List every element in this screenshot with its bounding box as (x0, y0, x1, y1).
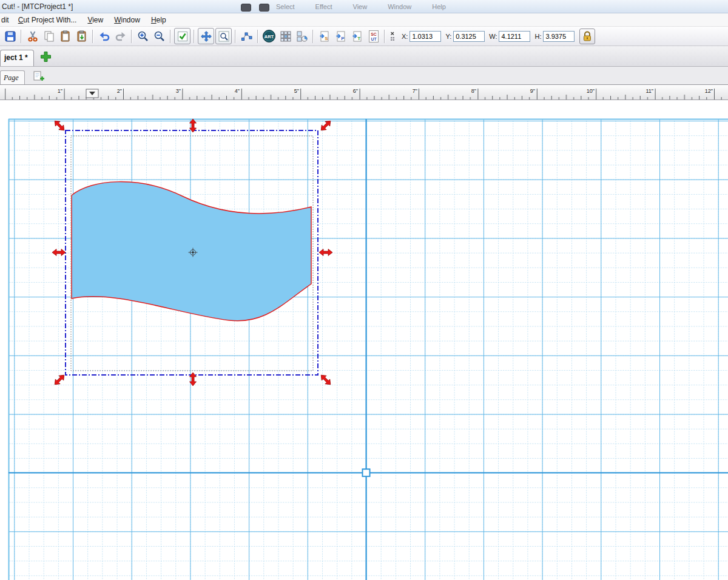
window-title: Cut! - [MTCProject1 *] (2, 2, 73, 11)
page-check-icon (177, 30, 189, 42)
cut-button[interactable] (24, 28, 41, 44)
import-svg-button[interactable]: S (316, 28, 332, 44)
basic-shapes-button[interactable] (294, 28, 310, 44)
design-canvas[interactable] (0, 100, 728, 580)
svg-text:5": 5" (294, 88, 299, 94)
menu-view[interactable]: View (82, 15, 109, 25)
toolbar-separator (194, 30, 195, 43)
four-way-arrows-icon (200, 30, 212, 42)
add-page-button[interactable] (31, 69, 47, 83)
svg-text:7": 7" (413, 88, 417, 94)
save-icon (4, 30, 16, 42)
svg-text:4": 4" (235, 88, 240, 94)
paste-in-place-button[interactable] (73, 28, 90, 44)
w-input[interactable] (499, 31, 530, 42)
y-label: Y: (445, 33, 451, 40)
virtual-mat[interactable] (0, 100, 728, 580)
x-grid-icon (389, 30, 397, 42)
node-edit-icon (241, 30, 253, 42)
redo-button[interactable] (112, 28, 129, 44)
toolbar-separator (92, 30, 93, 43)
import-file-p-icon: P (335, 30, 347, 42)
svg-text:SC: SC (371, 32, 377, 36)
pan-view-button[interactable] (198, 28, 214, 44)
titlebar-ghost-menu: Select Effect View Window Help (276, 3, 446, 10)
page-resize-handle[interactable] (363, 469, 370, 476)
scut-import-button[interactable]: SCUT (365, 28, 382, 44)
import-text-button[interactable]: T (349, 28, 365, 44)
svg-text:S: S (325, 36, 328, 41)
toolbar-separator (131, 30, 132, 43)
svg-text:3": 3" (176, 88, 181, 94)
import-pdf-button[interactable]: P (332, 28, 349, 44)
toolbar-separator (21, 30, 22, 43)
lock-aspect-button[interactable] (579, 29, 595, 44)
h-label: H: (534, 33, 541, 40)
menu-help[interactable]: Help (146, 15, 172, 25)
svg-text:6": 6" (353, 88, 358, 94)
padlock-icon (581, 30, 593, 42)
svg-text:9": 9" (530, 88, 535, 94)
coords-toggle-button[interactable] (388, 28, 397, 44)
zoom-out-button[interactable] (151, 28, 167, 44)
svg-text:11": 11" (645, 88, 653, 94)
green-plus-icon (40, 51, 52, 62)
horizontal-ruler[interactable]: 1" 2" 3" 4" 5" 6" 7" 8" 9" 10" 11" 12" (0, 85, 728, 100)
h-input[interactable] (543, 31, 575, 42)
main-toolbar: ART S P T SCUT X: Y: W: H: (0, 27, 728, 46)
menu-cut-project-with[interactable]: Cut Project With... (13, 15, 83, 25)
x-input[interactable] (410, 31, 441, 42)
shapes-pie-icon (296, 30, 308, 42)
save-button[interactable] (2, 28, 18, 44)
toolbar-separator (235, 30, 236, 43)
w-label: W: (489, 33, 497, 40)
svg-text:2": 2" (117, 88, 122, 94)
svg-text:UT: UT (371, 36, 377, 41)
paste-in-place-icon (76, 30, 88, 42)
copy-button[interactable] (41, 28, 57, 44)
toolbar-separator (257, 30, 258, 43)
zoom-out-icon (153, 30, 166, 42)
ruler-marker[interactable] (86, 89, 98, 98)
tab-project1[interactable]: ject 1 * (0, 50, 34, 66)
titlebar-artifact-icon (259, 4, 269, 12)
menu-bar: dit Cut Project With... View Window Help (0, 13, 728, 27)
page-tab-bar: Page (0, 67, 728, 85)
zoom-in-button[interactable] (135, 28, 151, 44)
menu-window[interactable]: Window (109, 15, 146, 25)
zoom-to-page-button[interactable] (174, 28, 190, 44)
art-gallery-button[interactable]: ART (261, 28, 277, 44)
zoom-selection-button[interactable] (215, 28, 232, 44)
paste-button[interactable] (57, 28, 73, 44)
art-badge-icon: ART (262, 29, 276, 43)
pixel-trace-button[interactable] (277, 28, 294, 44)
import-file-t-icon: T (351, 30, 363, 42)
svg-text:12": 12" (705, 88, 713, 94)
add-page-icon (32, 70, 45, 83)
svg-text:P: P (341, 36, 345, 41)
menu-edit[interactable]: dit (0, 15, 13, 25)
svg-text:T: T (357, 36, 360, 41)
x-label: X: (402, 33, 408, 40)
undo-icon (98, 30, 110, 42)
ghost-menu-select: Select (276, 3, 295, 10)
node-edit-button[interactable] (238, 28, 255, 44)
import-file-s-icon: S (318, 30, 331, 42)
tab-page[interactable]: Page (0, 70, 25, 84)
redo-icon (115, 30, 127, 42)
undo-button[interactable] (96, 28, 112, 44)
scissors-icon (27, 30, 39, 42)
zoom-in-icon (137, 30, 149, 42)
ghost-menu-effect: Effect (315, 3, 332, 10)
svg-text:10": 10" (587, 88, 595, 94)
svg-text:8": 8" (471, 88, 476, 94)
svg-text:1": 1" (58, 88, 62, 94)
toolbar-separator (312, 30, 314, 43)
document-tab-bar: ject 1 * (0, 46, 728, 67)
add-project-tab-button[interactable] (39, 50, 53, 63)
ghost-menu-view: View (353, 3, 368, 10)
toolbar-separator (170, 30, 171, 43)
titlebar-artifact-icon (241, 4, 251, 12)
zoom-region-icon (218, 30, 230, 42)
y-input[interactable] (453, 31, 485, 42)
